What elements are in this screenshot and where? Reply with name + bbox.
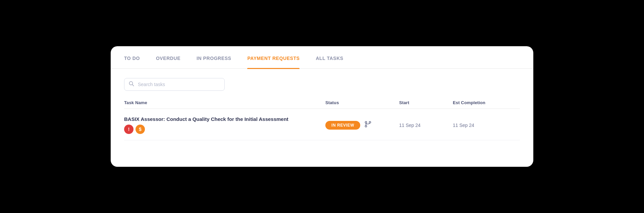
col-estcompletion: Est Completion (453, 100, 520, 105)
col-taskname: Task Name (124, 100, 325, 105)
badge-alert: ! (124, 125, 133, 134)
tab-alltasks[interactable]: ALL TASKS (316, 46, 343, 68)
task-badges: ! $ (124, 125, 325, 134)
svg-point-2 (365, 122, 367, 123)
tab-inprogress[interactable]: IN PROGRESS (197, 46, 231, 68)
task-name: BASIX Assessor: Conduct a Quality Check … (124, 116, 325, 122)
svg-line-1 (132, 85, 134, 86)
search-wrap (124, 78, 225, 91)
col-start: Start (399, 100, 453, 105)
branch-icon (364, 121, 372, 130)
search-icon (129, 81, 134, 88)
main-content: Task Name Status Start Est Completion BA… (111, 69, 533, 154)
task-name-col: BASIX Assessor: Conduct a Quality Check … (124, 116, 325, 134)
svg-point-3 (369, 122, 371, 123)
start-date: 11 Sep 24 (399, 123, 453, 128)
est-completion-date: 11 Sep 24 (453, 123, 520, 128)
tab-overdue[interactable]: OVERDUE (156, 46, 180, 68)
svg-point-4 (365, 126, 367, 127)
table-header: Task Name Status Start Est Completion (124, 100, 520, 109)
tab-paymentrequests[interactable]: PAYMENT REQUESTS (247, 46, 300, 68)
badge-dollar: $ (136, 125, 145, 134)
table-row[interactable]: BASIX Assessor: Conduct a Quality Check … (124, 109, 520, 140)
col-status: Status (325, 100, 399, 105)
status-badge: IN REVIEW (325, 121, 360, 130)
tab-todo[interactable]: TO DO (124, 46, 140, 68)
search-input[interactable] (124, 78, 225, 91)
tab-nav: TO DO OVERDUE IN PROGRESS PAYMENT REQUES… (111, 46, 533, 69)
status-col: IN REVIEW (325, 121, 399, 130)
main-card: TO DO OVERDUE IN PROGRESS PAYMENT REQUES… (111, 46, 533, 167)
